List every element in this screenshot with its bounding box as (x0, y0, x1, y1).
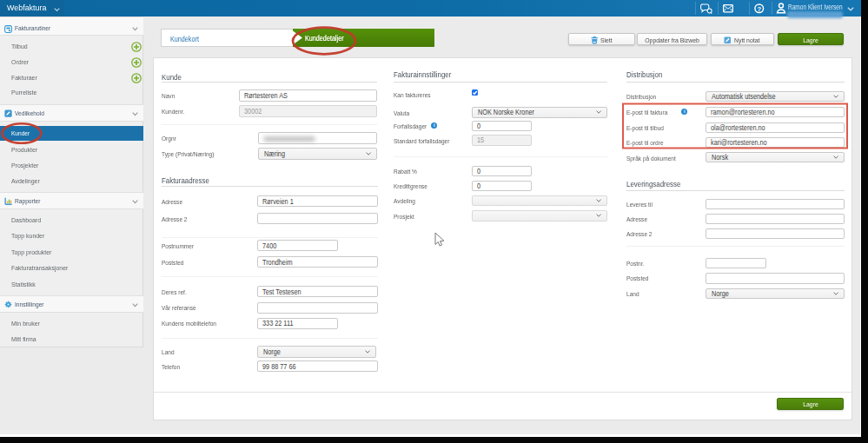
svg-text:?: ? (757, 5, 761, 13)
